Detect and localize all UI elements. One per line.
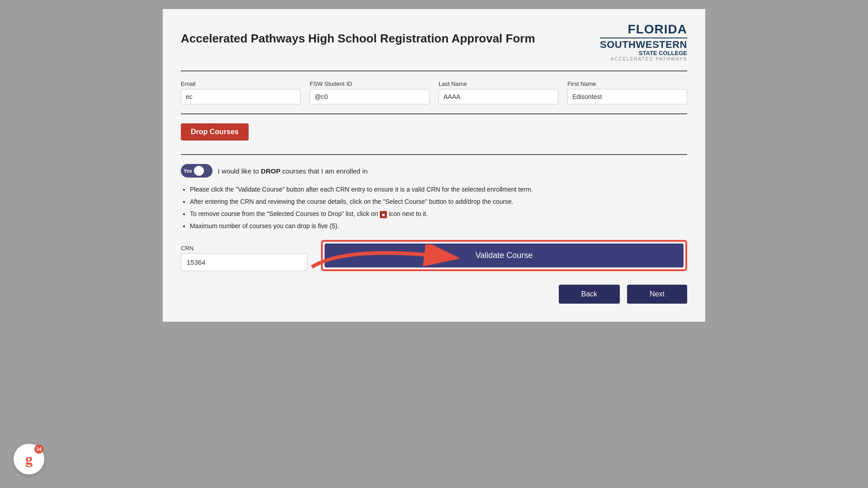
logo-florida: FLORIDA — [600, 23, 687, 37]
fsw-id-label: FSW Student ID — [310, 80, 429, 87]
toggle-yes-label: Yes — [184, 168, 192, 174]
last-name-input[interactable] — [439, 89, 558, 104]
email-input[interactable] — [181, 89, 301, 104]
crn-section: CRN Validate Course — [181, 240, 687, 271]
toggle-row: Yes I would like to DROP courses that I … — [181, 164, 687, 178]
section-divider-2 — [181, 154, 687, 155]
fsw-id-group: FSW Student ID — [310, 80, 429, 104]
badge-letter: g — [25, 451, 33, 468]
first-name-group: First Name — [567, 80, 687, 104]
drop-bold-text: DROP — [261, 167, 280, 175]
first-name-label: First Name — [567, 80, 687, 87]
form-title-area: Accelerated Pathways High School Registr… — [181, 23, 535, 46]
logo-state-college: STATE COLLEGE — [600, 50, 687, 56]
email-label: Email — [181, 80, 301, 87]
instruction-4: Maximum number of courses you can drop i… — [190, 221, 687, 231]
toggle-description: I would like to DROP courses that I am e… — [218, 167, 368, 175]
crn-input[interactable] — [181, 253, 307, 271]
logo-accelerated-pathways: ACCELERATED PATHWAYS — [600, 56, 687, 61]
fsw-id-input[interactable] — [310, 89, 429, 104]
badge-container: g 34 — [14, 444, 44, 474]
page-title: Accelerated Pathways High School Registr… — [181, 32, 535, 46]
validate-button-wrapper: Validate Course — [321, 240, 687, 271]
validate-course-button[interactable]: Validate Course — [325, 244, 684, 267]
header-row: Accelerated Pathways High School Registr… — [181, 23, 687, 61]
last-name-label: Last Name — [439, 80, 558, 87]
crn-group: CRN — [181, 245, 307, 271]
email-group: Email — [181, 80, 301, 104]
header-divider — [181, 70, 687, 71]
back-button[interactable]: Back — [559, 285, 620, 304]
app-badge[interactable]: g 34 — [14, 444, 44, 474]
instruction-1: Please click the "Validate Course" butto… — [190, 185, 687, 194]
navigation-buttons: Back Next — [181, 285, 687, 304]
badge-count: 34 — [34, 445, 43, 454]
instruction-3: To remove course from the "Selected Cour… — [190, 209, 687, 219]
crn-label: CRN — [181, 245, 307, 252]
logo-southwestern: SOUTHWESTERN — [600, 39, 687, 50]
next-button[interactable]: Next — [627, 285, 687, 304]
last-name-group: Last Name — [439, 80, 558, 104]
remove-icon: ■ — [380, 211, 387, 218]
toggle-circle — [194, 166, 204, 176]
drop-toggle[interactable]: Yes — [181, 164, 212, 178]
fields-row: Email FSW Student ID Last Name First Nam… — [181, 80, 687, 104]
main-form-container: Accelerated Pathways High School Registr… — [163, 9, 705, 322]
logo-area: FLORIDA SOUTHWESTERN STATE COLLEGE ACCEL… — [600, 23, 687, 61]
first-name-input[interactable] — [567, 89, 687, 104]
instructions-list: Please click the "Validate Course" butto… — [190, 185, 687, 231]
section-divider — [181, 113, 687, 114]
drop-courses-button[interactable]: Drop Courses — [181, 123, 249, 141]
instruction-2: After entering the CRN and reviewing the… — [190, 197, 687, 206]
